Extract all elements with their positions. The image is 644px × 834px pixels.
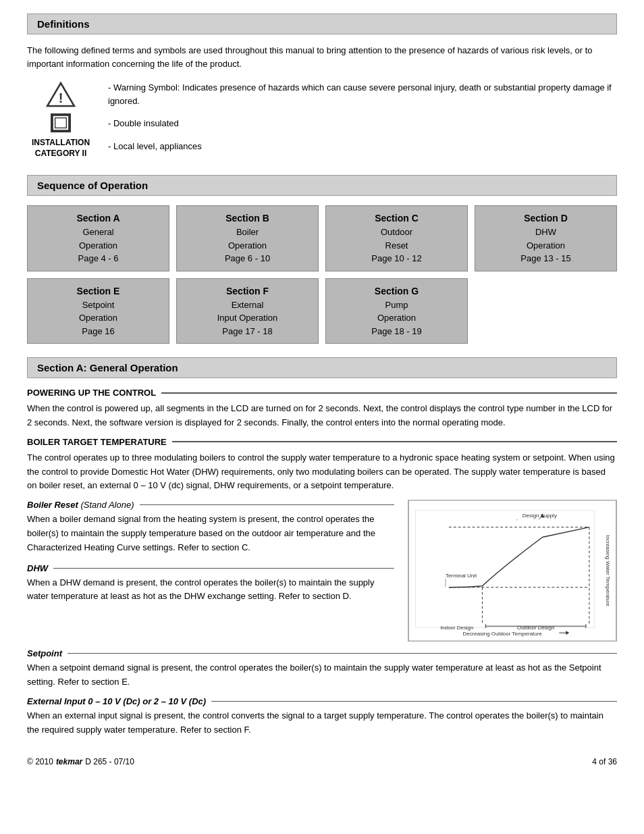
setpoint-section: Setpoint When a setpoint demand signal i… (27, 648, 617, 689)
doc-number: D 265 - 07/10 (85, 757, 134, 766)
external-input-section: External Input 0 – 10 V (Dc) or 2 – 10 V… (27, 696, 617, 737)
section-a-box: Section A General Operation Page 4 - 6 (27, 205, 169, 271)
design-supply-label: Design Supply (522, 513, 557, 519)
install-category-label: INSTALLATION CATEGORY II (32, 138, 90, 159)
svg-text:!: ! (59, 90, 63, 105)
external-input-body: When an external input signal is present… (27, 709, 617, 737)
section-c-box: Section C Outdoor Reset Page 10 - 12 (325, 205, 468, 271)
boiler-chart: Increasing Water Temperature Decreasing … (408, 500, 617, 642)
sections-row2: Section E Setpoint Operation Page 16 Sec… (27, 278, 617, 344)
terminal-unit-label: Terminal Unit (446, 573, 477, 579)
boiler-target-body: The control operates up to three modulat… (27, 451, 617, 493)
indoor-design-label: Indoor Design (440, 625, 473, 631)
dhw-title: DHW (27, 563, 48, 573)
powering-up-body: When the control is powered up, all segm… (27, 402, 617, 430)
section-empty-box (475, 278, 617, 344)
definitions-section: Definitions The following defined terms … (27, 14, 617, 159)
definitions-symbols-block: ! INSTALLATION CATEGORY II - Warning Sym… (27, 81, 617, 159)
definitions-header: Definitions (27, 14, 617, 34)
dhw-body: When a DHW demand is present, the contro… (27, 576, 394, 604)
def-item-double-insulated: - Double insulated (108, 117, 617, 130)
powering-up-title: POWERING UP THE CONTROL (27, 388, 156, 398)
section-f-box: Section F External Input Operation Page … (176, 278, 319, 344)
y-axis-label: Increasing Water Temperature (605, 535, 611, 607)
copyright-text: © 2010 (27, 757, 53, 766)
svg-rect-7 (415, 511, 594, 627)
external-input-title: External Input 0 – 10 V (Dc) or 2 – 10 V… (27, 696, 206, 706)
def-item-local-level: - Local level, appliances (108, 140, 617, 153)
sequence-header: Sequence of Operation (27, 175, 617, 196)
boiler-target-text-area: Boiler Reset (Stand Alone) When a boiler… (27, 500, 394, 612)
svg-rect-3 (55, 118, 67, 128)
symbol-column: ! INSTALLATION CATEGORY II (27, 81, 95, 159)
boiler-reset-subsection: Boiler Reset (Stand Alone) When a boiler… (27, 500, 394, 554)
sequence-section: Sequence of Operation Section A General … (27, 175, 617, 344)
section-b-box: Section B Boiler Operation Page 6 - 10 (176, 205, 319, 271)
outdoor-design-label: Outdoor Design (517, 625, 554, 631)
setpoint-title: Setpoint (27, 648, 62, 658)
boiler-target-content: Boiler Reset (Stand Alone) When a boiler… (27, 500, 617, 642)
page-number: 4 of 36 (592, 757, 617, 766)
double-insulated-icon (51, 113, 71, 132)
sections-row1: Section A General Operation Page 4 - 6 S… (27, 205, 617, 271)
definitions-list: - Warning Symbol: Indicates presence of … (108, 81, 617, 153)
boiler-target-title: BOILER TARGET TEMPERATURE (27, 437, 167, 447)
sequence-title: Sequence of Operation (37, 180, 148, 191)
section-e-box: Section E Setpoint Operation Page 16 (27, 278, 169, 344)
brand-name: tekmar (56, 757, 82, 766)
page-footer: © 2010 tekmar D 265 - 07/10 4 of 36 (27, 757, 617, 766)
section-a-block: Section A: General Operation POWERING UP… (27, 357, 617, 737)
section-a-header: Section A: General Operation (27, 357, 617, 378)
boiler-reset-title: Boiler Reset (Stand Alone) (27, 500, 134, 510)
section-a-title: Section A: General Operation (37, 362, 178, 373)
definitions-intro-text: The following defined terms and symbols … (27, 44, 617, 70)
boiler-target-section: BOILER TARGET TEMPERATURE The control op… (27, 437, 617, 642)
footer-left: © 2010 tekmar D 265 - 07/10 (27, 757, 134, 766)
dhw-subsection: DHW When a DHW demand is present, the co… (27, 563, 394, 604)
warning-triangle-icon: ! (46, 81, 76, 108)
section-d-box: Section D DHW Operation Page 13 - 15 (475, 205, 617, 271)
x-axis-label: Decreasing Outdoor Temperature (463, 631, 543, 637)
def-item-warning: - Warning Symbol: Indicates presence of … (108, 81, 617, 107)
boiler-reset-body: When a boiler demand signal from the hea… (27, 513, 394, 554)
setpoint-body: When a setpoint demand signal is present… (27, 661, 617, 689)
powering-up-section: POWERING UP THE CONTROL When the control… (27, 388, 617, 430)
definitions-title: Definitions (37, 18, 90, 30)
section-g-box: Section G Pump Operation Page 18 - 19 (325, 278, 468, 344)
